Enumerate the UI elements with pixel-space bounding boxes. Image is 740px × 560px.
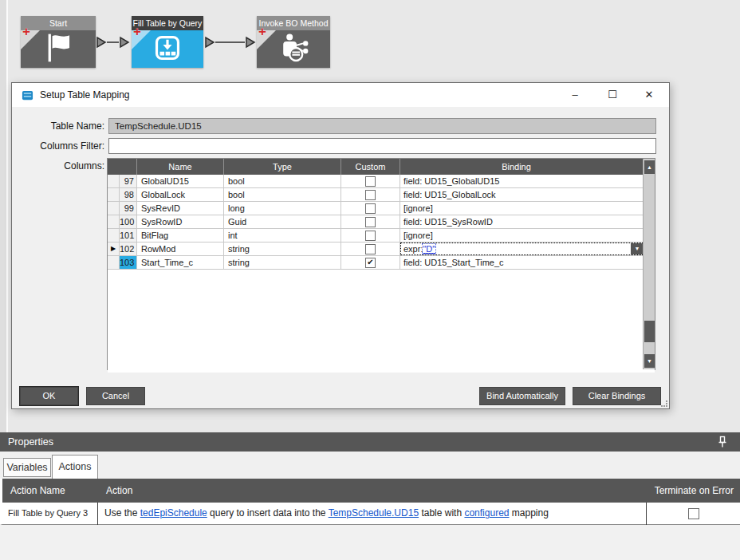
properties-title: Properties (8, 436, 53, 448)
action-row[interactable]: Fill Table by Query 3 Use the tedEpiSche… (0, 503, 740, 525)
tab-variables[interactable]: Variables (3, 458, 51, 477)
ok-button[interactable]: OK (20, 387, 78, 405)
setup-table-mapping-dialog: Setup Table Mapping – ☐ ✕ Table Name: Te… (11, 82, 670, 409)
dialog-title: Setup Table Mapping (40, 89, 130, 101)
table-row[interactable]: 98 GlobalLock bool field: UD15_GlobalLoc… (108, 188, 655, 202)
grid-header-custom[interactable]: Custom (341, 159, 400, 175)
scroll-down-icon[interactable]: ▼ (644, 354, 655, 368)
row-number: 97 (120, 175, 137, 187)
terminate-on-error-checkbox[interactable] (688, 508, 699, 519)
row-number: 102 (120, 243, 137, 255)
custom-checkbox[interactable] (365, 176, 376, 187)
grid-header-type[interactable]: Type (224, 159, 341, 175)
row-number: 101 (120, 229, 137, 242)
binding-cell[interactable]: field: UD15_GlobalLock (400, 188, 644, 201)
custom-checkbox[interactable]: ✔ (365, 258, 376, 268)
header-terminate-on-error[interactable]: Terminate on Error (655, 479, 734, 503)
binding-cell[interactable]: field: UD15_SysRowID (400, 215, 644, 228)
clear-bindings-button[interactable]: Clear Bindings (573, 387, 661, 405)
binding-cell[interactable]: field: UD15_Start_Time_c (400, 256, 644, 269)
expression-link[interactable]: "D" (423, 244, 435, 254)
row-number-selected: 103 (120, 256, 137, 269)
columns-label: Columns: (12, 158, 104, 174)
binding-cell[interactable]: [ignore] (400, 229, 644, 242)
table-row[interactable]: 100 SysRowID Guid field: UD15_SysRowID (108, 215, 655, 229)
vertical-scrollbar[interactable]: ▲ ▼ (643, 159, 655, 369)
columns-filter-input[interactable] (108, 138, 656, 154)
row-number: 100 (120, 215, 137, 228)
chevron-down-icon: ▼ (635, 246, 640, 251)
binding-cell-editing[interactable]: expr:"D"▼ (400, 243, 644, 255)
grid-header-row: Name Type Custom Binding (108, 159, 655, 175)
columns-filter-label: Columns Filter: (12, 138, 104, 154)
grid-empty-area (108, 270, 655, 373)
workflow-connectors (8, 0, 740, 80)
terminate-cell (646, 503, 740, 525)
table-link[interactable]: TempSchedule.UD15 (329, 507, 419, 519)
table-row[interactable]: 97 GlobalUD15 bool field: UD15_GlobalUD1… (108, 175, 655, 188)
cancel-button[interactable]: Cancel (86, 387, 145, 405)
pin-icon[interactable] (716, 436, 729, 448)
table-name-label: Table Name: (12, 118, 104, 134)
resize-grip[interactable] (661, 400, 667, 407)
bind-automatically-button[interactable]: Bind Automatically (479, 387, 565, 405)
properties-tabstrip: Variables Actions (0, 452, 740, 479)
query-link[interactable]: tedEpiSchedule (140, 507, 207, 519)
properties-titlebar[interactable]: Properties (0, 432, 740, 452)
table-row-active[interactable]: ▶ 102 RowMod string expr:"D"▼ (108, 243, 655, 256)
configured-mapping-link[interactable]: configured (464, 507, 509, 519)
custom-checkbox[interactable] (365, 203, 376, 214)
custom-checkbox[interactable] (365, 217, 376, 227)
minimize-icon[interactable]: – (563, 83, 587, 106)
custom-checkbox[interactable] (365, 190, 376, 200)
header-action[interactable]: Action (106, 479, 132, 503)
binding-cell[interactable]: field: UD15_GlobalUD15 (400, 175, 644, 187)
dialog-titlebar[interactable]: Setup Table Mapping – ☐ ✕ (12, 83, 669, 107)
table-row[interactable]: 101 BitFlag int [ignore] (108, 229, 655, 243)
binding-dropdown-button[interactable]: ▼ (631, 243, 644, 254)
active-row-indicator-icon: ▶ (111, 245, 116, 252)
action-name-cell: Fill Table by Query 3 (2, 503, 97, 525)
close-icon[interactable]: ✕ (637, 83, 661, 106)
row-number: 99 (120, 202, 137, 215)
binding-cell[interactable]: [ignore] (400, 202, 644, 215)
grid-header-blank (108, 159, 137, 175)
scrollbar-thumb[interactable] (644, 321, 655, 342)
row-number: 98 (120, 188, 137, 201)
action-description-cell: Use the tedEpiSchedule query to insert d… (97, 503, 646, 525)
grid-header-binding[interactable]: Binding (400, 159, 632, 175)
column-mapping-grid: Name Type Custom Binding 97 GlobalUD15 b… (107, 158, 655, 370)
maximize-icon[interactable]: ☐ (600, 83, 624, 106)
header-action-name[interactable]: Action Name (10, 479, 65, 503)
table-row[interactable]: 99 SysRevID long [ignore] (108, 202, 655, 215)
table-row[interactable]: 103 Start_Time_c string ✔ field: UD15_St… (108, 256, 655, 270)
scroll-up-icon[interactable]: ▲ (644, 160, 655, 174)
grid-header-name[interactable]: Name (137, 159, 224, 175)
custom-checkbox[interactable] (365, 231, 376, 241)
tab-actions[interactable]: Actions (52, 455, 98, 479)
actions-grid-header: Action Name Action Terminate on Error (0, 479, 740, 503)
custom-checkbox[interactable] (365, 244, 376, 254)
table-name-field: TempSchedule.UD15 (108, 118, 656, 134)
properties-panel: Properties Variables Actions Action Name… (0, 432, 740, 560)
app-window-icon (22, 89, 33, 101)
